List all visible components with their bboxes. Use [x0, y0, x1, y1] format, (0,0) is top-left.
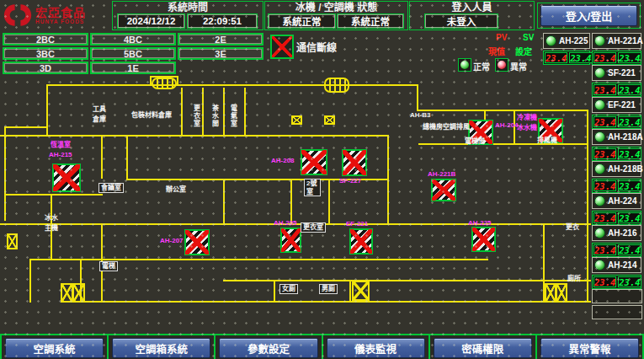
device-values: 23.423.4 — [592, 275, 641, 289]
nav-cell: 空調系統 — [0, 335, 109, 359]
ahu-status-value: 系統正常 — [338, 14, 403, 28]
alarm-unit-AH-225[interactable] — [471, 227, 496, 252]
stairwell-x-icon — [61, 283, 73, 303]
stairs-icon — [152, 78, 177, 89]
sv-legend: SV — [523, 33, 534, 42]
wall-segment — [417, 84, 418, 111]
status-led-icon — [594, 99, 605, 110]
map-label: 冰水機 — [517, 124, 537, 132]
device-AH-218A[interactable]: AH-218A23.423.4 — [592, 129, 641, 161]
map-label: 總機房空調排風 — [423, 123, 470, 131]
wall-segment — [274, 281, 275, 303]
stairwell-x-icon — [291, 115, 302, 125]
machine-status-label: 冰機 / 空調機 狀態 — [265, 2, 407, 13]
device-EF-221[interactable]: EF-22123.423.4 — [592, 97, 641, 129]
pv-value: 23.4 — [593, 116, 616, 127]
map-label: 排風機 — [537, 137, 557, 145]
nav-button-6[interactable]: 異常警報 — [540, 338, 639, 358]
map-label: 辦公室 — [166, 185, 186, 194]
floor-button-1E[interactable]: 1E — [90, 62, 176, 74]
device-values: 23.423.4 — [592, 83, 641, 97]
alarm-unit-AH-207[interactable] — [184, 229, 210, 255]
wall-segment — [202, 88, 204, 137]
nav-button-4[interactable]: 儀表監視 — [327, 338, 425, 358]
stairwell-x-icon — [352, 281, 370, 301]
nav-button-2[interactable]: 空調箱系統 — [112, 338, 210, 358]
nav-button-5[interactable]: 密碼權限 — [434, 338, 532, 358]
device-name: AH-224 — [592, 193, 641, 209]
pv-value: 23.4 — [593, 84, 616, 95]
map-label: AH-207 — [160, 237, 184, 245]
device-AH-221A[interactable]: AH-221A23.423.4 — [592, 33, 641, 65]
pv-value: 23.4 — [593, 180, 616, 191]
status-led-icon — [594, 67, 605, 78]
wall-segment — [46, 86, 48, 137]
device-values: 23.423.4 — [592, 51, 641, 65]
floor-button-4BC[interactable]: 4BC — [90, 33, 176, 46]
device-SF-221[interactable]: SF-22123.423.4 — [592, 65, 641, 97]
status-led-icon — [546, 35, 556, 46]
map-label: AH-225 — [468, 219, 492, 228]
nav-cell: 儀表監視 — [323, 335, 430, 359]
wall-segment — [4, 126, 48, 128]
logo-icon — [3, 3, 32, 28]
floor-button-3BC[interactable]: 3BC — [3, 47, 88, 60]
alarm-unit-AH-215[interactable] — [52, 163, 81, 192]
login-logout-button[interactable]: 登入/登出 — [537, 3, 641, 29]
floor-button-3E[interactable]: 3E — [178, 47, 263, 60]
wall-segment — [177, 76, 178, 86]
brand-name: 宏亞食品 — [35, 7, 86, 19]
floor-button-3D[interactable]: 3D — [3, 62, 88, 74]
wall-segment — [587, 110, 588, 303]
comm-loss-label: 通信斷線 — [296, 40, 337, 54]
device-AH-225[interactable]: AH-22523.423.4 — [543, 33, 590, 65]
map-label: 更衣室 — [192, 104, 200, 127]
nav-button-1[interactable]: 空調系統 — [5, 338, 104, 358]
device-AH-218B[interactable]: AH-218B23.423.4 — [592, 161, 641, 193]
status-led-icon — [594, 196, 605, 206]
normal-legend: 正常 — [473, 60, 490, 72]
floor-buttons: 2BC4BC2E3BC5BC3E3D1E — [3, 33, 266, 74]
brand-name-en: HUNYA FOODS — [35, 19, 86, 24]
floor-button-5BC[interactable]: 5BC — [90, 47, 176, 60]
pv-value: 23.4 — [593, 148, 616, 159]
status-led-icon — [594, 35, 605, 46]
pv-value: 23.4 — [593, 244, 616, 255]
wall-segment — [126, 137, 128, 180]
device-values: 23.423.4 — [592, 211, 641, 225]
device-name: AH-225 — [543, 33, 590, 49]
device-AH-224[interactable]: AH-22423.423.4 — [592, 193, 641, 225]
map-label: 會議室 — [98, 183, 124, 193]
nav-button-3[interactable]: 參數設定 — [219, 338, 317, 358]
comm-loss-icon — [270, 35, 294, 59]
map-label: AH-208 — [271, 157, 295, 165]
floor-button-2E[interactable]: 2E — [178, 33, 263, 46]
map-label: 2號室 — [304, 179, 321, 196]
map-label: 更衣室 — [301, 222, 326, 233]
device-values: 23.423.4 — [543, 51, 590, 65]
nav-cell: 參數設定 — [216, 335, 322, 359]
abnormal-legend: 異常 — [510, 60, 527, 72]
sv-value: 23.4 — [618, 244, 641, 255]
alarm-unit-AH-208[interactable] — [301, 149, 327, 175]
device-name: SF-221 — [592, 65, 641, 81]
alarm-unit-AH-205[interactable] — [280, 228, 301, 253]
wall-segment — [417, 110, 588, 111]
wall-segment — [101, 137, 103, 179]
alarm-unit-EF-221[interactable] — [349, 228, 373, 255]
wall-segment — [418, 143, 588, 145]
map-label: AH-204 — [495, 121, 519, 130]
device-name: AH-221A — [592, 33, 641, 49]
alarm-unit-AH-221B[interactable] — [431, 179, 456, 201]
sv-name-legend: 設定 — [515, 45, 532, 57]
device-name: EF-221 — [592, 97, 641, 113]
nav-cell: 密碼權限 — [430, 335, 537, 359]
stairwell-x-icon — [545, 283, 556, 303]
stairwell-x-icon — [72, 283, 85, 303]
alarm-unit-SF-227[interactable] — [342, 149, 367, 176]
map-label: 女廁 — [279, 284, 298, 294]
normal-led-icon — [458, 58, 471, 72]
floor-button-2BC[interactable]: 2BC — [3, 33, 88, 46]
device-AH-214[interactable]: AH-21423.423.4 — [592, 257, 641, 289]
device-AH-216[interactable]: AH-21623.423.4 — [592, 225, 641, 257]
